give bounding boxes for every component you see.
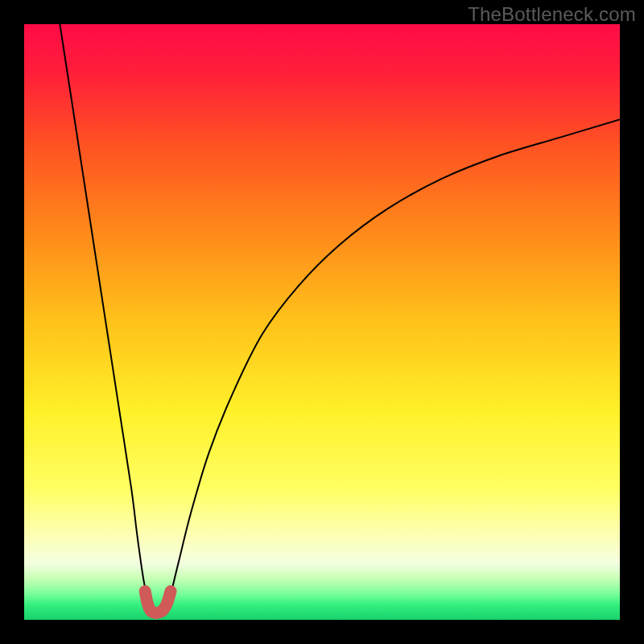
outer-frame: TheBottleneck.com — [0, 0, 644, 644]
watermark-text: TheBottleneck.com — [468, 3, 636, 26]
chart-svg — [24, 24, 620, 620]
gradient-background — [24, 24, 620, 620]
plot-area — [24, 24, 620, 620]
